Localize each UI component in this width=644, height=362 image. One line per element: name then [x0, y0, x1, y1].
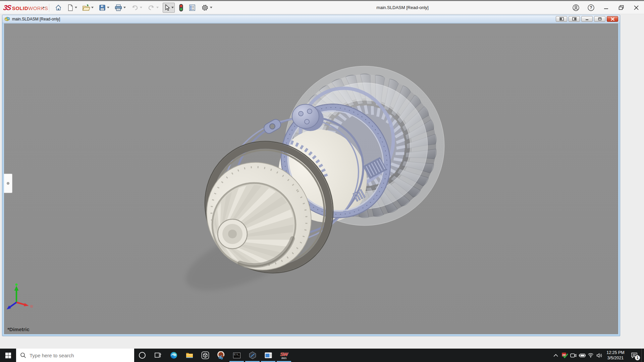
start-button[interactable]: [0, 349, 16, 362]
document-titlebar[interactable]: main.SLDASM [Read-only]: [2, 15, 620, 23]
solidworks-logo: 3S SOLID WORKS: [3, 4, 48, 12]
logo-3ds-mark: 3S: [3, 4, 11, 12]
assembly-document-icon: [4, 16, 10, 21]
command-prompt-icon: C:\_: [233, 353, 240, 358]
view-orientation-label: *Dimetric: [7, 326, 30, 332]
action-center-button[interactable]: 1: [627, 349, 641, 362]
doc-minimize-icon: [585, 17, 589, 20]
taskbar-item-cortana[interactable]: [134, 349, 150, 362]
taskbar-item-command-prompt[interactable]: C:\_: [229, 349, 245, 362]
svg-text:?: ?: [590, 5, 592, 10]
print-icon: [114, 4, 122, 11]
taskbar-item-hexagon-app[interactable]: [245, 349, 260, 362]
taskbar-item-3d-viewer[interactable]: [197, 349, 213, 362]
file-explorer-icon: [185, 352, 194, 359]
home-icon: [55, 4, 62, 11]
network-status[interactable]: [586, 349, 595, 362]
document-window-controls: [556, 16, 618, 22]
battery-charging-icon: [579, 353, 586, 358]
account-button[interactable]: [571, 3, 581, 13]
app-titlebar-controls: ?: [571, 1, 641, 14]
solidworks-resource-monitor-tray[interactable]: sw: [560, 349, 569, 362]
taskbar-item-solidworks-2021[interactable]: SW 2021: [276, 349, 292, 362]
meet-now-button[interactable]: [569, 349, 578, 362]
taskbar-item-edge[interactable]: [166, 349, 181, 362]
sw-resource-monitor-icon: sw: [561, 352, 568, 358]
restore-window-button[interactable]: [616, 3, 626, 13]
taskbar-item-snip-and-sketch[interactable]: [213, 349, 229, 362]
taskbar-search[interactable]: [16, 349, 134, 362]
split-pane-right-icon: [572, 17, 577, 21]
redo-dropdown-icon[interactable]: [156, 7, 159, 8]
select-dropdown-icon[interactable]: [171, 7, 174, 8]
3d-viewer-icon: [201, 351, 209, 359]
doc-maximize-button[interactable]: [594, 16, 605, 22]
document-window: main.SLDASM [Read-only]: [2, 15, 620, 336]
new-document-icon: [67, 4, 74, 11]
restore-icon: [619, 5, 624, 10]
taskbar-item-file-explorer[interactable]: [181, 349, 197, 362]
doc-close-icon: [611, 17, 614, 21]
clock-date: 3/5/2021: [604, 355, 627, 361]
logo-brand-light: WORKS: [28, 5, 48, 11]
split-pane-left-button[interactable]: [556, 16, 567, 22]
hidden-icons-button[interactable]: [551, 349, 560, 362]
undo-dropdown-icon[interactable]: [140, 7, 142, 8]
open-icon: [82, 4, 90, 11]
help-button[interactable]: ?: [586, 3, 596, 13]
pane-handle-dot-icon: [7, 182, 9, 185]
minimize-window-button[interactable]: [601, 3, 611, 13]
system-tray: sw: [551, 349, 644, 362]
select-tool-button[interactable]: [163, 3, 175, 13]
print-dropdown-icon[interactable]: [123, 7, 126, 8]
rebuild-button[interactable]: [178, 3, 184, 13]
options-dropdown-icon[interactable]: [210, 7, 212, 8]
doc-maximize-icon: [598, 17, 602, 20]
new-document-dropdown-icon[interactable]: [75, 7, 77, 8]
search-icon: [20, 352, 26, 358]
print-button[interactable]: [113, 3, 127, 13]
toolbar-separator: [49, 4, 49, 12]
file-properties-icon: [189, 4, 196, 11]
svg-text:sw: sw: [562, 354, 566, 356]
undo-button[interactable]: [130, 3, 143, 13]
notification-badge: 1: [635, 355, 640, 360]
graphics-area[interactable]: *Dimetric: [4, 23, 618, 334]
show-desktop-button[interactable]: [641, 349, 644, 362]
task-view-icon: [154, 352, 162, 359]
save-dropdown-icon[interactable]: [107, 7, 109, 8]
redo-button[interactable]: [146, 3, 160, 13]
doc-minimize-button[interactable]: [581, 16, 593, 22]
meet-now-camera-icon: [570, 353, 577, 358]
options-gear-icon: [201, 4, 209, 12]
split-pane-left-icon: [559, 17, 564, 21]
close-icon: [634, 5, 639, 10]
window-app-icon: [264, 352, 272, 359]
volume-control[interactable]: [595, 349, 604, 362]
battery-status[interactable]: [578, 349, 586, 362]
open-button[interactable]: [81, 3, 95, 13]
options-button[interactable]: [200, 3, 213, 13]
save-button[interactable]: [98, 3, 110, 13]
menu-expand-arrow-icon[interactable]: ▸: [43, 5, 45, 9]
doc-close-button[interactable]: [607, 16, 618, 22]
taskbar-item-window-app[interactable]: [260, 349, 276, 362]
split-pane-right-button[interactable]: [569, 16, 580, 22]
minimize-icon: [604, 5, 608, 10]
search-input[interactable]: [30, 353, 123, 358]
hexagon-app-icon: [249, 351, 257, 359]
taskbar-clock[interactable]: 12:25 PM 3/5/2021: [604, 350, 627, 361]
edge-icon: [170, 351, 178, 359]
account-icon: [572, 4, 580, 11]
windows-logo-icon: [5, 353, 11, 358]
new-document-button[interactable]: [66, 3, 78, 13]
document-title: main.SLDASM [Read-only]: [12, 17, 60, 21]
home-button[interactable]: [54, 3, 63, 13]
close-window-button[interactable]: [631, 3, 641, 13]
taskbar-item-task-view[interactable]: [150, 349, 166, 362]
feature-tree-collapse-tab[interactable]: [4, 174, 12, 193]
windows-taskbar: C:\_ SW 2021: [0, 349, 644, 362]
file-properties-button[interactable]: [187, 3, 197, 13]
open-dropdown-icon[interactable]: [91, 7, 94, 8]
help-icon: ?: [587, 4, 595, 11]
